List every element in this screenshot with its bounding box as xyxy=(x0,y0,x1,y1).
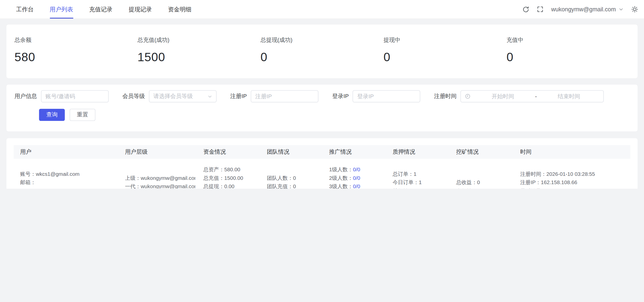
stat-value: 0 xyxy=(383,50,506,64)
clock-icon xyxy=(465,93,471,99)
table-header-row: 用户 用户层级 资金情况 团队情况 推广情况 质押情况 挖矿情况 时间 xyxy=(14,145,630,159)
cell-time: 注册时间：2026-01-10 03:28:55 注册IP：162.158.10… xyxy=(516,159,630,189)
top-navigation-bar: 工作台 用户列表 充值记录 提现记录 资金明细 wukongymw@gmail.… xyxy=(0,0,644,19)
date-range-separator: - xyxy=(535,93,537,99)
team-recharge: 团队充值：0 xyxy=(267,182,321,189)
filter-panel: 用户信息 会员等级 请选择会员等级 注册IP 登录IP 注册时间 xyxy=(7,85,638,131)
stat-value: 0 xyxy=(506,50,629,64)
gear-icon[interactable] xyxy=(631,6,638,13)
admin-user-list-page: 工作台 用户列表 充值记录 提现记录 资金明细 wukongymw@gmail.… xyxy=(0,0,644,189)
chevron-down-icon xyxy=(208,94,212,99)
filter-label: 会员等级 xyxy=(122,93,145,100)
stat-label: 总余额 xyxy=(15,37,138,44)
topbar-actions: wukongymw@gmail.com xyxy=(522,0,638,19)
col-header-promotion: 推广情况 xyxy=(325,145,388,159)
user-table: 用户 用户层级 资金情况 团队情况 推广情况 质押情况 挖矿情况 时间 账号：w… xyxy=(14,145,630,189)
level-2-count-link[interactable]: 0/0 xyxy=(353,175,360,181)
filter-user-info: 用户信息 xyxy=(15,90,109,102)
stat-label: 提现中 xyxy=(383,37,506,44)
user-table-card: 用户 用户层级 资金情况 团队情况 推广情况 质押情况 挖矿情况 时间 账号：w… xyxy=(7,138,638,189)
summary-stats-card: 总余额 580 总充值(成功) 1500 总提现(成功) 0 提现中 0 充值中… xyxy=(7,25,638,78)
col-header-user: 用户 xyxy=(14,145,121,159)
filter-label: 注册时间 xyxy=(434,93,457,100)
user-id: ID：74056481 xyxy=(20,186,117,189)
search-button[interactable]: 查询 xyxy=(39,109,65,121)
stat-value: 0 xyxy=(261,50,384,64)
table-row: 账号：wkcs1@gmail.com 邮箱： ID：74056481 会员等级：… xyxy=(14,159,630,189)
register-time-range-picker[interactable]: - xyxy=(461,90,604,102)
stat-total-balance: 总余额 580 xyxy=(15,37,138,64)
user-account-menu[interactable]: wukongymw@gmail.com xyxy=(551,6,623,13)
total-withdraw: 总提现：0.00 xyxy=(203,182,259,189)
stat-total-withdraw: 总提现(成功) 0 xyxy=(261,37,384,64)
reset-button[interactable]: 重置 xyxy=(70,109,95,121)
stat-label: 充值中 xyxy=(506,37,629,44)
tab-recharge-records[interactable]: 充值记录 xyxy=(89,0,112,19)
stat-value: 580 xyxy=(15,50,138,64)
user-mail: 邮箱： xyxy=(20,178,117,186)
member-level-select[interactable]: 请选择会员等级 xyxy=(149,90,217,102)
start-time-input[interactable] xyxy=(472,93,534,100)
level-3-count-link[interactable]: 0/0 xyxy=(353,183,360,189)
filter-register-time: 注册时间 - xyxy=(434,90,604,102)
chevron-down-icon xyxy=(619,7,623,12)
stat-recharging: 充值中 0 xyxy=(506,37,629,64)
col-header-hierarchy: 用户层级 xyxy=(121,145,199,159)
tab-workbench[interactable]: 工作台 xyxy=(16,0,34,19)
select-placeholder: 请选择会员等级 xyxy=(153,93,193,100)
level-2-label: 2级人数： xyxy=(329,175,353,181)
level-1-count-link[interactable]: 0/0 xyxy=(353,166,360,173)
register-time: 注册时间：2026-01-10 03:28:55 xyxy=(520,170,626,178)
col-header-pledge: 质押情况 xyxy=(389,145,452,159)
level-3-label: 3级人数： xyxy=(329,183,353,189)
col-header-funds: 资金情况 xyxy=(199,145,263,159)
total-recharge: 总充值：1500.00 xyxy=(203,174,259,182)
user-email: wukongymw@gmail.com xyxy=(551,6,616,13)
stat-label: 总提现(成功) xyxy=(261,37,384,44)
register-ip-input[interactable] xyxy=(251,90,318,102)
tab-withdraw-records[interactable]: 提现记录 xyxy=(129,0,152,19)
filter-member-level: 会员等级 请选择会员等级 xyxy=(122,90,216,102)
refresh-icon[interactable] xyxy=(522,6,529,13)
user-account: 账号：wkcs1@gmail.com xyxy=(20,170,117,178)
end-time-input[interactable] xyxy=(538,93,599,100)
col-header-team: 团队情况 xyxy=(263,145,325,159)
stat-withdrawing: 提现中 0 xyxy=(383,37,506,64)
stat-total-recharge: 总充值(成功) 1500 xyxy=(138,37,261,64)
level-1-label: 1级人数： xyxy=(329,166,353,173)
register-ip: 注册IP：162.158.108.66 xyxy=(520,178,626,186)
cell-mining: 总收益：0 今收益：0 xyxy=(452,159,516,189)
total-assets: 总资产：580.00 xyxy=(203,165,259,174)
parent-account: 上级：wukongymw@gmail.com xyxy=(125,174,195,182)
col-header-time: 时间 xyxy=(516,145,630,159)
user-info-input[interactable] xyxy=(41,90,109,102)
cell-promotion: 1级人数：0/0 2级人数：0/0 3级人数：0/0 4级人数：0/0 5级人数… xyxy=(325,159,388,189)
last-login-time: 最后登录：2026-01-10 03:28:55 xyxy=(520,186,626,189)
pledge-total-orders: 总订单：1 xyxy=(393,170,448,178)
mining-today-profit: 今收益：0 xyxy=(456,186,512,189)
col-header-mining: 挖矿情况 xyxy=(452,145,516,159)
cell-team: 团队人数：0 团队充值：0 团队提现：0 xyxy=(263,159,325,189)
cell-funds: 总资产：580.00 总充值：1500.00 总提现：0.00 充提差：1500… xyxy=(199,159,263,189)
filter-label: 注册IP xyxy=(230,93,247,100)
filter-login-ip: 登录IP xyxy=(332,90,420,102)
pledge-today-orders: 今日订单：1 xyxy=(393,178,448,186)
cell-pledge: 总订单：1 今日订单：1 总收益：0.00 总质押：1000.00 xyxy=(389,159,452,189)
team-count: 团队人数：0 xyxy=(267,174,321,182)
login-ip-input[interactable] xyxy=(353,90,420,102)
stat-value: 1500 xyxy=(138,50,261,64)
mining-total-profit: 总收益：0 xyxy=(456,178,512,186)
filter-register-ip: 注册IP xyxy=(230,90,318,102)
cell-hierarchy: 上级：wukongymw@gmail.com 一代：wukongymw@gmai… xyxy=(121,159,199,189)
cell-user: 账号：wkcs1@gmail.com 邮箱： ID：74056481 会员等级：… xyxy=(14,159,121,189)
filter-label: 用户信息 xyxy=(15,93,37,100)
tab-user-list[interactable]: 用户列表 xyxy=(50,0,73,19)
fullscreen-icon[interactable] xyxy=(537,6,544,13)
nav-tabs: 工作台 用户列表 充值记录 提现记录 资金明细 xyxy=(16,0,191,19)
tab-fund-details[interactable]: 资金明细 xyxy=(168,0,191,19)
first-generation: 一代：wukongymw@gmail.com xyxy=(125,182,195,189)
filter-label: 登录IP xyxy=(332,93,349,100)
pledge-total-profit: 总收益：0.00 xyxy=(393,186,448,189)
stat-label: 总充值(成功) xyxy=(138,37,261,44)
